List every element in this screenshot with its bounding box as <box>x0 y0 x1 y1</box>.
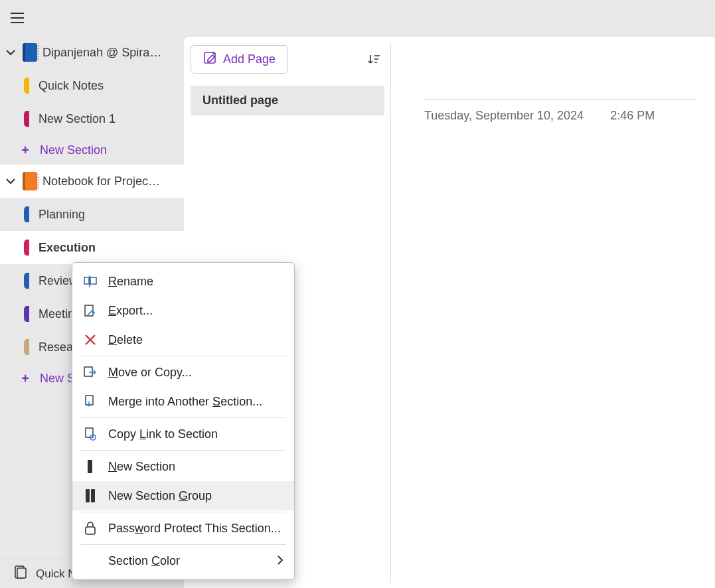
page-list-item[interactable]: Untitled page <box>191 86 384 115</box>
title-bar <box>0 0 715 36</box>
context-menu-label: Delete <box>108 333 143 347</box>
add-page-icon <box>203 51 216 68</box>
context-menu-separator <box>80 356 286 356</box>
context-menu-label: Section Color <box>108 554 180 568</box>
section-row[interactable]: New Section 1 <box>0 102 184 135</box>
lock-icon <box>83 522 98 535</box>
context-menu-item[interactable]: Move or Copy... <box>72 358 294 387</box>
context-menu-label: Merge into Another Section... <box>108 395 262 409</box>
note-title-input[interactable] <box>424 53 695 100</box>
context-menu-label: Export... <box>108 304 153 318</box>
export-icon <box>83 304 98 317</box>
context-menu-item[interactable]: Password Protect This Section... <box>72 514 294 543</box>
notebook-icon <box>23 43 37 62</box>
add-section-button[interactable]: + New Section <box>0 135 184 165</box>
svg-rect-1 <box>17 568 26 578</box>
svg-rect-12 <box>91 489 95 502</box>
svg-rect-13 <box>86 527 95 534</box>
section-label: New Section 1 <box>39 112 116 126</box>
section-color-chip <box>24 111 29 127</box>
context-menu-separator <box>80 450 286 451</box>
plus-icon: + <box>20 371 31 386</box>
section-label: Execution <box>39 241 96 255</box>
add-page-button[interactable]: Add Page <box>191 45 288 74</box>
context-menu-separator <box>80 544 286 545</box>
section-color-chip <box>24 339 29 355</box>
section-color-chip <box>24 240 29 256</box>
context-menu-separator <box>80 417 286 418</box>
page-icon <box>15 565 27 582</box>
add-section-label: New Section <box>40 143 107 157</box>
svg-rect-11 <box>86 489 90 502</box>
context-menu-label: Rename <box>108 275 153 289</box>
rename-icon <box>83 275 98 287</box>
panel-divider <box>390 42 391 583</box>
section-color-chip <box>24 206 29 222</box>
context-menu-item[interactable]: New Section Group <box>72 481 294 510</box>
context-menu-label: Move or Copy... <box>108 366 192 380</box>
svg-rect-4 <box>90 277 96 284</box>
svg-rect-10 <box>88 460 92 473</box>
section-group-icon <box>83 488 98 503</box>
move-icon <box>83 366 98 378</box>
note-time: 2:46 PM <box>610 109 655 123</box>
context-menu-item[interactable]: Rename <box>72 267 294 296</box>
context-menu-item[interactable]: Copy Link to Section <box>72 419 294 449</box>
section-label: Quick Notes <box>39 79 104 93</box>
context-menu-item[interactable]: Export... <box>72 296 294 325</box>
section-row[interactable]: Execution <box>0 231 184 264</box>
note-canvas[interactable]: Tuesday, September 10, 2024 2:46 PM <box>391 37 715 588</box>
sort-pages-button[interactable] <box>363 49 384 70</box>
chevron-down-icon <box>4 178 17 184</box>
context-menu-label: Password Protect This Section... <box>108 522 281 536</box>
notebook-label: Notebook for Project A <box>42 175 162 188</box>
section-color-chip <box>24 273 29 289</box>
context-menu-item[interactable]: Delete <box>72 325 294 354</box>
section-color-chip <box>24 306 29 322</box>
note-date: Tuesday, September 10, 2024 <box>424 109 584 123</box>
notebook-row[interactable]: Notebook for Project A <box>0 165 184 198</box>
svg-rect-6 <box>84 367 92 376</box>
section-label: Planning <box>39 208 85 222</box>
merge-icon <box>83 395 98 408</box>
svg-rect-3 <box>84 277 89 284</box>
context-menu-item[interactable]: New Section <box>72 452 294 481</box>
hamburger-menu-button[interactable] <box>7 7 28 29</box>
section-icon <box>83 459 98 474</box>
context-menu-item[interactable]: Section Color <box>72 546 294 575</box>
notebook-label: Dipanjenah @ Spiral… <box>42 46 162 60</box>
section-context-menu: Rename Export... Delete Move or Copy... … <box>72 262 295 580</box>
context-menu-label: New Section <box>108 460 175 474</box>
context-menu-item[interactable]: Merge into Another Section... <box>72 387 294 416</box>
context-menu-separator <box>80 512 286 512</box>
section-row[interactable]: Planning <box>0 198 184 231</box>
notebook-icon <box>23 172 37 190</box>
context-menu-label: New Section Group <box>108 489 212 503</box>
delete-icon <box>83 334 98 346</box>
plus-icon: + <box>20 143 31 158</box>
chevron-down-icon <box>4 49 17 56</box>
notebook-row[interactable]: Dipanjenah @ Spiral… <box>0 36 184 69</box>
context-menu-label: Copy Link to Section <box>108 427 218 441</box>
chevron-right-icon <box>277 554 283 568</box>
section-row[interactable]: Quick Notes <box>0 69 184 102</box>
section-color-chip <box>24 78 29 94</box>
link-icon <box>83 427 98 441</box>
add-page-label: Add Page <box>223 52 276 66</box>
svg-rect-8 <box>86 428 93 437</box>
